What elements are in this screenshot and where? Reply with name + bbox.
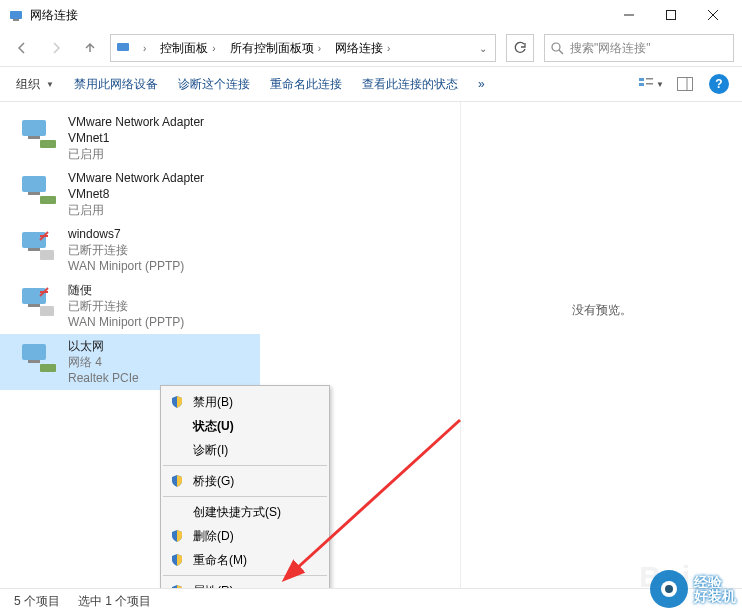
- preview-text: 没有预览。: [572, 302, 632, 319]
- title-bar: 网络连接: [0, 0, 742, 30]
- shield-icon: [169, 552, 185, 568]
- svg-rect-1: [13, 19, 19, 21]
- diagnose-button[interactable]: 诊断这个连接: [170, 72, 258, 97]
- adapter-device: WAN Miniport (PPTP): [68, 314, 184, 330]
- menu-bridge[interactable]: 桥接(G): [161, 469, 329, 493]
- window-title: 网络连接: [30, 7, 608, 24]
- context-menu: 禁用(B) 状态(U) 诊断(I) 桥接(G) 创建快捷方式(S) 删除(D) …: [160, 385, 330, 608]
- svg-rect-27: [28, 304, 40, 307]
- svg-rect-17: [40, 140, 56, 148]
- adapter-item-selected[interactable]: 以太网 网络 4 Realtek PCIe: [0, 334, 260, 390]
- view-status-button[interactable]: 查看此连接的状态: [354, 72, 466, 97]
- svg-rect-19: [28, 192, 40, 195]
- adapter-name: VMware Network Adapter VMnet1: [68, 114, 244, 146]
- svg-rect-0: [10, 11, 22, 19]
- content-area: VMware Network Adapter VMnet1 已启用 VMware…: [0, 102, 742, 602]
- folder-icon: [115, 39, 131, 58]
- network-adapter-icon: [16, 170, 60, 210]
- svg-rect-3: [667, 11, 676, 20]
- menu-status[interactable]: 状态(U): [161, 414, 329, 438]
- breadcrumb-control-panel[interactable]: 控制面板›: [154, 38, 221, 59]
- watermark-logo-icon: [650, 570, 688, 608]
- search-placeholder: 搜索"网络连接": [570, 40, 651, 57]
- svg-rect-11: [646, 78, 653, 80]
- menu-separator: [163, 465, 327, 466]
- minimize-button[interactable]: [608, 1, 650, 29]
- shield-icon: [169, 473, 185, 489]
- adapter-status: 已断开连接: [68, 242, 184, 258]
- svg-rect-15: [22, 120, 46, 136]
- breadcrumb-network[interactable]: 网络连接›: [329, 38, 396, 59]
- adapter-device: WAN Miniport (PPTP): [68, 258, 184, 274]
- preview-pane: 没有预览。: [460, 102, 742, 602]
- organize-button[interactable]: 组织▼: [8, 72, 62, 97]
- shield-icon: [169, 528, 185, 544]
- help-button[interactable]: ?: [704, 70, 734, 98]
- close-button[interactable]: [692, 1, 734, 29]
- menu-disable[interactable]: 禁用(B): [161, 390, 329, 414]
- breadcrumb-sep[interactable]: ›: [133, 41, 152, 56]
- svg-point-7: [552, 43, 560, 51]
- svg-rect-20: [40, 196, 56, 204]
- adapter-item[interactable]: VMware Network Adapter VMnet8 已启用: [0, 166, 260, 222]
- svg-rect-16: [28, 136, 40, 139]
- adapter-status: 已断开连接: [68, 298, 184, 314]
- svg-rect-21: [22, 232, 46, 248]
- adapter-item[interactable]: VMware Network Adapter VMnet1 已启用: [0, 110, 260, 166]
- svg-rect-28: [40, 306, 54, 316]
- breadcrumb-all-items[interactable]: 所有控制面板项›: [224, 38, 327, 59]
- svg-rect-13: [678, 78, 693, 91]
- nav-row: › 控制面板› 所有控制面板项› 网络连接› ⌄ 搜索"网络连接": [0, 30, 742, 66]
- svg-rect-9: [639, 78, 644, 81]
- search-input[interactable]: 搜索"网络连接": [544, 34, 734, 62]
- adapter-status: 已启用: [68, 202, 244, 218]
- svg-rect-22: [28, 248, 40, 251]
- command-bar: 组织▼ 禁用此网络设备 诊断这个连接 重命名此连接 查看此连接的状态 » ▼ ?: [0, 66, 742, 102]
- adapter-item[interactable]: 随便 已断开连接 WAN Miniport (PPTP): [0, 278, 260, 334]
- adapter-name: VMware Network Adapter VMnet8: [68, 170, 244, 202]
- refresh-button[interactable]: [506, 34, 534, 62]
- svg-rect-6: [117, 43, 129, 51]
- adapter-status: 网络 4: [68, 354, 139, 370]
- svg-line-8: [559, 50, 563, 54]
- search-icon: [551, 42, 564, 55]
- status-selected-count: 选中 1 个项目: [78, 593, 151, 610]
- maximize-button[interactable]: [650, 1, 692, 29]
- adapter-status: 已启用: [68, 146, 244, 162]
- back-button[interactable]: [8, 34, 36, 62]
- up-button[interactable]: [76, 34, 104, 62]
- svg-rect-33: [40, 364, 56, 372]
- disable-device-button[interactable]: 禁用此网络设备: [66, 72, 166, 97]
- rename-button[interactable]: 重命名此连接: [262, 72, 350, 97]
- dialup-adapter-icon: [16, 282, 60, 322]
- more-commands-button[interactable]: »: [470, 73, 493, 95]
- adapter-name: windows7: [68, 226, 184, 242]
- svg-rect-10: [639, 83, 644, 86]
- menu-rename[interactable]: 重命名(M): [161, 548, 329, 572]
- svg-rect-31: [22, 344, 46, 360]
- shield-icon: [169, 394, 185, 410]
- status-bar: 5 个项目 选中 1 个项目: [0, 588, 742, 614]
- adapter-name: 以太网: [68, 338, 139, 354]
- menu-separator: [163, 575, 327, 576]
- network-adapter-icon: [16, 114, 60, 154]
- svg-rect-23: [40, 250, 54, 260]
- address-bar[interactable]: › 控制面板› 所有控制面板项› 网络连接› ⌄: [110, 34, 496, 62]
- address-dropdown-icon[interactable]: ⌄: [475, 43, 491, 54]
- preview-pane-button[interactable]: [670, 70, 700, 98]
- status-item-count: 5 个项目: [14, 593, 60, 610]
- svg-rect-26: [22, 288, 46, 304]
- menu-diagnose[interactable]: 诊断(I): [161, 438, 329, 462]
- svg-rect-12: [646, 83, 653, 85]
- watermark: 经验 好装机: [650, 570, 736, 608]
- svg-rect-18: [22, 176, 46, 192]
- svg-rect-32: [28, 360, 40, 363]
- adapter-item[interactable]: windows7 已断开连接 WAN Miniport (PPTP): [0, 222, 260, 278]
- menu-delete[interactable]: 删除(D): [161, 524, 329, 548]
- ethernet-adapter-icon: [16, 338, 60, 378]
- adapter-device: Realtek PCIe: [68, 370, 139, 386]
- forward-button[interactable]: [42, 34, 70, 62]
- adapter-name: 随便: [68, 282, 184, 298]
- menu-shortcut[interactable]: 创建快捷方式(S): [161, 500, 329, 524]
- view-options-button[interactable]: ▼: [636, 70, 666, 98]
